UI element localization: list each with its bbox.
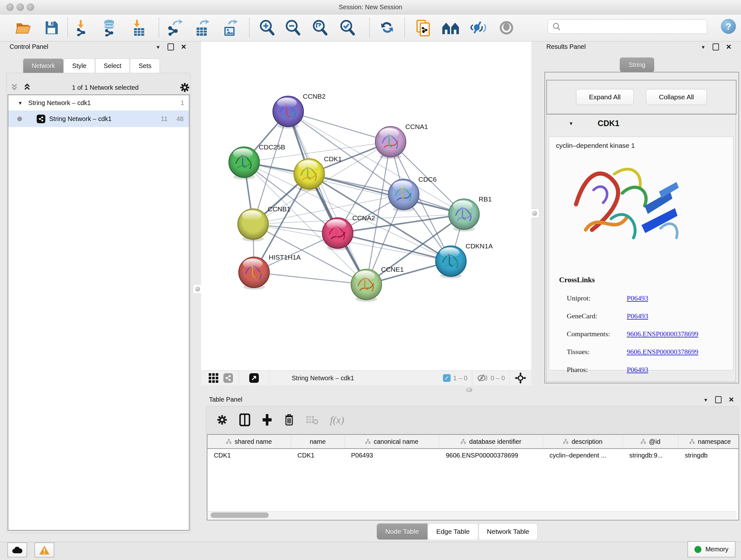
warnings-button[interactable]: [35, 543, 54, 557]
node-CDK1[interactable]: CDK1: [294, 155, 342, 191]
panel-float-icon[interactable]: [167, 44, 174, 51]
panel-menu-icon[interactable]: ▼: [156, 44, 160, 50]
expand-all-button[interactable]: Expand All: [576, 89, 634, 105]
collapse-all-chevrons-icon[interactable]: [10, 83, 19, 92]
cell: CDK1: [291, 452, 345, 459]
add-column-icon[interactable]: [262, 414, 273, 426]
delete-column-trash-icon[interactable]: [284, 414, 294, 426]
network-canvas[interactable]: CCNB2CCNA1CDC25BCDK1CDC6RB1CCNB1CCNA2CDK…: [201, 42, 531, 370]
crosslink-link[interactable]: 9606.ENSP00000378699: [627, 330, 698, 338]
table-row[interactable]: CDK1CDK1P064939606.ENSP00000378699cyclin…: [207, 449, 738, 462]
tab-network-table[interactable]: Network Table: [478, 523, 538, 540]
table-body: CDK1CDK1P064939606.ENSP00000378699cyclin…: [207, 449, 738, 462]
gene-section-header[interactable]: ▼ CDK1: [546, 119, 735, 128]
crosslink-label: Compartments:: [567, 330, 627, 338]
column-header-name[interactable]: name: [291, 435, 345, 448]
panel-close-icon[interactable]: ✕: [729, 396, 734, 403]
search-box[interactable]: [548, 19, 707, 34]
new-view-arrow-icon[interactable]: [247, 373, 261, 383]
string-network-icon: [37, 115, 45, 123]
open-session-button[interactable]: [15, 19, 32, 37]
apply-layout-button[interactable]: [378, 19, 396, 37]
crosslink-label: Uniprot:: [567, 294, 627, 302]
panel-menu-icon[interactable]: ▼: [703, 397, 708, 402]
tab-edge-table[interactable]: Edge Table: [428, 523, 478, 540]
node-CCNE1[interactable]: CCNE1: [351, 266, 404, 302]
column-header-canonical-name[interactable]: canonical name: [345, 435, 440, 448]
hide-selected-button[interactable]: [469, 19, 487, 37]
hidden-count: 0 – 0: [491, 374, 505, 382]
search-input[interactable]: [561, 20, 707, 33]
edge-CCNE1-HIST1H1A[interactable]: [254, 272, 366, 285]
column-header-@id[interactable]: @id: [623, 435, 678, 448]
table-panel-tabs: Node TableEdge TableNetwork Table: [377, 523, 538, 540]
panel-close-icon[interactable]: ✕: [726, 43, 732, 51]
scrollbar-thumb[interactable]: [211, 512, 269, 518]
crosslink-link[interactable]: P06493: [627, 312, 648, 320]
network-options-gear-icon[interactable]: [179, 82, 190, 93]
edge-CCNB2-CCNA1[interactable]: [288, 111, 391, 142]
zoom-out-button[interactable]: [284, 19, 302, 37]
node-CDKN1A[interactable]: CDKN1A: [435, 242, 493, 278]
node-RB1[interactable]: RB1: [449, 195, 492, 232]
export-network-button[interactable]: [166, 19, 184, 37]
node-CCNA1[interactable]: CCNA1: [375, 123, 428, 159]
export-table-button[interactable]: [194, 19, 212, 37]
crosslink-link[interactable]: P06493: [627, 294, 648, 302]
import-network-database-button[interactable]: [101, 19, 119, 37]
network-collection-label: String Network – cdk1: [28, 99, 91, 107]
import-table-file-button[interactable]: [130, 19, 148, 37]
import-network-file-button[interactable]: [74, 19, 91, 37]
help-button[interactable]: ?: [721, 19, 736, 34]
column-header-description[interactable]: description: [543, 435, 623, 448]
horizontal-splitter-handle[interactable]: [466, 388, 472, 392]
panel-close-icon[interactable]: ✕: [181, 43, 187, 51]
clone-network-button[interactable]: [414, 19, 432, 37]
node-HIST1H1A[interactable]: HIST1H1A: [239, 253, 300, 290]
selected-nodes-checkbox-icon[interactable]: ✓: [443, 374, 451, 382]
crosslink-row: GeneCard:P06493: [567, 307, 726, 325]
zoom-fit-button[interactable]: [311, 19, 329, 37]
first-neighbors-button[interactable]: [442, 19, 460, 37]
panel-menu-icon[interactable]: ▼: [701, 44, 705, 50]
crosslink-link[interactable]: 9606.ENSP00000378699: [627, 348, 698, 356]
network-tree-row[interactable]: ▼String Network – cdk11: [8, 95, 189, 111]
graphics-details-button[interactable]: [497, 19, 515, 37]
pan-crosshair-icon[interactable]: [515, 372, 526, 384]
node-CDC25B[interactable]: CDC25B: [229, 143, 285, 179]
save-session-button[interactable]: [43, 19, 60, 37]
tab-sets[interactable]: Sets: [130, 58, 160, 73]
table-gear-icon[interactable]: [216, 414, 228, 426]
tab-network[interactable]: Network: [23, 58, 64, 73]
results-panel-title: Results Panel: [546, 43, 586, 51]
table-horizontal-scrollbar[interactable]: [208, 511, 737, 519]
cell: stringdb:9...: [623, 452, 678, 459]
memory-button[interactable]: Memory: [687, 541, 736, 557]
zoom-selected-button[interactable]: [339, 19, 356, 37]
tab-style[interactable]: Style: [64, 58, 95, 73]
column-header-namespace[interactable]: namespace: [678, 435, 739, 448]
node-table[interactable]: shared namenamecanonical namedatabase id…: [207, 434, 739, 520]
column-header-database-identifier[interactable]: database identifier: [440, 435, 543, 448]
node-CCNB1[interactable]: CCNB1: [238, 205, 290, 241]
network-share-icon[interactable]: [221, 373, 235, 383]
column-header-shared-name[interactable]: shared name: [207, 435, 291, 448]
export-image-button[interactable]: [221, 19, 239, 37]
cloud-status-button[interactable]: [7, 543, 27, 557]
panel-float-icon[interactable]: [715, 396, 722, 403]
gene-expander-icon[interactable]: ▼: [569, 121, 574, 126]
birds-eye-grid-icon[interactable]: [206, 373, 221, 383]
panel-float-icon[interactable]: [713, 44, 719, 51]
network-tree-row[interactable]: String Network – cdk11148: [8, 111, 189, 127]
node-CCNB2[interactable]: CCNB2: [273, 92, 326, 129]
tab-node-table[interactable]: Node Table: [377, 523, 428, 540]
collapse-all-button[interactable]: Collapse All: [646, 89, 707, 105]
tree-expander-icon[interactable]: ▼: [18, 100, 23, 106]
results-tab-string[interactable]: String: [620, 57, 654, 72]
zoom-in-button[interactable]: [258, 19, 276, 37]
node-label-CDK1: CDK1: [324, 155, 342, 163]
expand-all-chevrons-icon[interactable]: [22, 83, 32, 92]
select-columns-icon[interactable]: [239, 414, 250, 426]
tab-select[interactable]: Select: [95, 58, 130, 73]
crosslink-link[interactable]: P06493: [627, 366, 648, 374]
